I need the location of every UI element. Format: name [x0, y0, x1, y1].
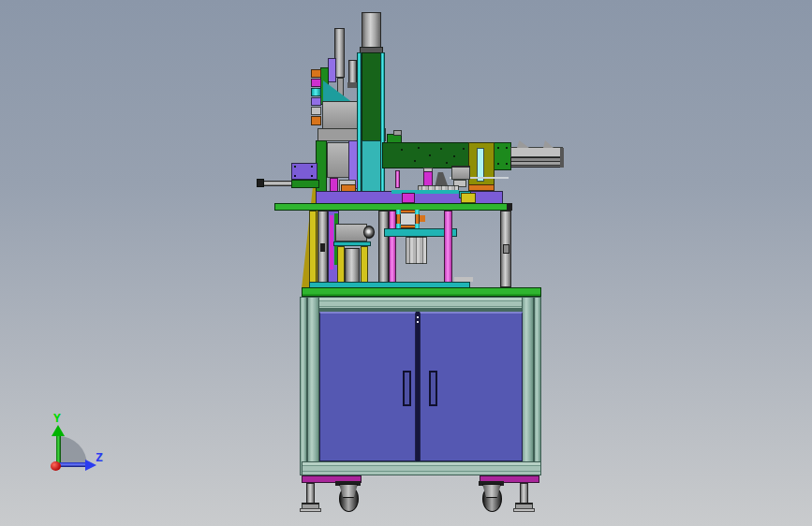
- cad-viewport[interactable]: Y Z: [0, 0, 812, 526]
- y-axis-arrowhead: [52, 425, 65, 436]
- z-axis-label: Z: [96, 451, 103, 463]
- z-axis-shaft: [60, 462, 86, 467]
- x-axis-origin-dot: [51, 461, 61, 471]
- y-axis-label: Y: [53, 412, 61, 424]
- triad-quarter-arc: [58, 436, 87, 465]
- axis-triad: Y Z: [0, 0, 812, 526]
